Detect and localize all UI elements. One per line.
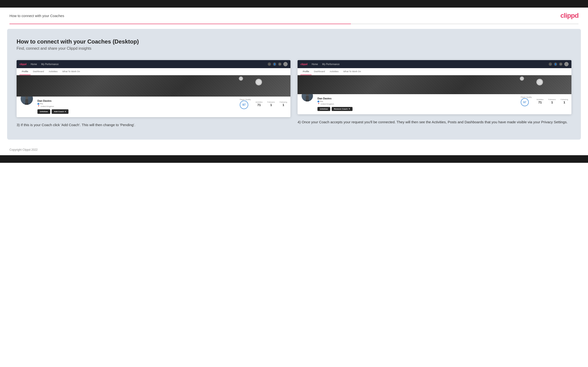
right-action-buttons: Unfollow Remove Coach ✕	[318, 107, 517, 111]
tab-what-to-work-on-right[interactable]: What To Work On	[341, 68, 363, 75]
svg-rect-2	[25, 103, 26, 105]
left-nav-icons: ⌕ 👤 ⚙	[268, 62, 288, 66]
svg-rect-1	[25, 99, 28, 103]
right-caption: 4) Once your Coach accepts your request …	[298, 119, 571, 125]
left-player-name: Dan Davies	[37, 99, 236, 102]
quality-circle-right: 97	[521, 98, 529, 106]
hero-overlay	[17, 75, 290, 97]
right-pro-badge-icon	[318, 100, 319, 102]
settings-icon[interactable]: ⚙	[278, 62, 281, 66]
avatar-right[interactable]	[564, 62, 569, 66]
header: How to connect with your Coaches clippd	[0, 8, 588, 24]
top-bar	[0, 0, 588, 8]
unfollow-button-right[interactable]: Unfollow	[318, 107, 330, 111]
pro-badge-icon	[37, 103, 39, 105]
right-stat-following: Following 1	[561, 99, 568, 104]
right-player-location: 📍 United Kingdom	[318, 103, 517, 105]
left-stat-activities: Activities 71	[256, 101, 263, 107]
right-stat-followers: Followers 1	[548, 99, 556, 104]
right-screenshot: clippd Home My Performance ⌕ 👤 ⚙ Profile…	[298, 60, 571, 114]
screenshots-row: clippd Home My Performance ⌕ 👤 ⚙ Profile…	[17, 60, 571, 128]
copyright-text: Copyright Clippd 2022	[9, 148, 38, 151]
left-nav-performance[interactable]: My Performance	[41, 63, 59, 66]
svg-rect-5	[306, 96, 309, 100]
right-nav-performance[interactable]: My Performance	[322, 63, 339, 66]
left-hero-image	[17, 75, 290, 97]
plus-icon: +	[65, 110, 66, 113]
right-nav-icons: ⌕ 👤 ⚙	[549, 62, 569, 66]
left-screenshot: clippd Home My Performance ⌕ 👤 ⚙ Profile…	[17, 60, 290, 117]
tab-activities-right[interactable]: Activities	[327, 68, 341, 75]
left-player-role: Pro	[37, 103, 236, 105]
right-profile-section: Dan Davies Pro 📍 United Kingdom Unfollow	[298, 94, 571, 114]
left-column: clippd Home My Performance ⌕ 👤 ⚙ Profile…	[17, 60, 290, 128]
svg-point-0	[25, 96, 28, 99]
right-nav-logo: clippd	[300, 63, 307, 66]
right-profile-info: Dan Davies Pro 📍 United Kingdom Unfollow	[318, 96, 517, 111]
user-icon-right[interactable]: 👤	[554, 62, 557, 66]
settings-icon-right[interactable]: ⚙	[559, 62, 562, 66]
times-icon: ✕	[348, 108, 350, 110]
search-icon[interactable]: ⌕	[268, 62, 271, 66]
left-stat-followers: Followers 1	[267, 101, 275, 107]
left-action-buttons: Unfollow Add Coach +	[37, 109, 236, 114]
tab-profile-left[interactable]: Profile	[19, 68, 31, 75]
left-profile-info: Dan Davies Pro 📍 United Kingdom Unfollow	[37, 99, 236, 114]
right-hero-image	[298, 75, 571, 94]
right-nav-home[interactable]: Home	[311, 63, 318, 66]
right-stats: Player Quality 97 Activities 71 Follower…	[521, 96, 568, 106]
remove-coach-button[interactable]: Remove Coach ✕	[332, 107, 353, 111]
page-title: How to connect with your Coaches	[9, 14, 64, 18]
svg-rect-7	[308, 100, 309, 101]
left-caption: 3) If this is your Coach click 'Add Coac…	[17, 122, 290, 128]
left-stat-following: Following 1	[280, 101, 287, 107]
bottom-bar	[0, 155, 588, 163]
right-player-role: Pro	[318, 100, 517, 102]
header-divider	[9, 24, 579, 24]
svg-rect-3	[27, 103, 28, 105]
clippd-logo: clippd	[561, 12, 579, 19]
avatar[interactable]	[283, 62, 288, 66]
tab-profile-right[interactable]: Profile	[300, 68, 311, 75]
right-nav: clippd Home My Performance ⌕ 👤 ⚙	[298, 60, 571, 68]
left-nav: clippd Home My Performance ⌕ 👤 ⚙	[17, 60, 290, 68]
unfollow-button-left[interactable]: Unfollow	[37, 109, 50, 114]
add-coach-button[interactable]: Add Coach +	[52, 109, 69, 114]
tab-activities-left[interactable]: Activities	[46, 68, 60, 75]
left-nav-logo: clippd	[19, 63, 26, 66]
left-tabs: Profile Dashboard Activities What To Wor…	[17, 68, 290, 75]
tab-dashboard-right[interactable]: Dashboard	[311, 68, 327, 75]
right-stat-quality: Player Quality 97	[521, 96, 532, 106]
right-column: clippd Home My Performance ⌕ 👤 ⚙ Profile…	[298, 60, 571, 125]
svg-rect-6	[306, 100, 307, 101]
quality-circle-left: 97	[240, 100, 248, 109]
left-stat-quality: Player Quality 97	[240, 99, 251, 109]
left-profile-section: Dan Davies Pro 📍 United Kingdom Unfollow	[17, 97, 290, 117]
right-hero-overlay	[298, 75, 571, 94]
right-player-name: Dan Davies	[318, 97, 517, 100]
tab-what-to-work-on-left[interactable]: What To Work On	[60, 68, 82, 75]
right-tabs: Profile Dashboard Activities What To Wor…	[298, 68, 571, 75]
right-stat-activities: Activities 71	[536, 99, 544, 104]
left-nav-home[interactable]: Home	[31, 63, 37, 66]
main-heading: How to connect with your Coaches (Deskto…	[17, 38, 571, 45]
search-icon-right[interactable]: ⌕	[549, 62, 552, 66]
left-stats: Player Quality 97 Activities 71 Follower…	[240, 99, 287, 109]
user-icon[interactable]: 👤	[273, 62, 276, 66]
left-player-location: 📍 United Kingdom	[37, 105, 236, 108]
tab-dashboard-left[interactable]: Dashboard	[31, 68, 46, 75]
main-subheading: Find, connect and share your Clippd insi…	[17, 46, 571, 51]
footer: Copyright Clippd 2022	[0, 144, 588, 155]
main-content: How to connect with your Coaches (Deskto…	[7, 29, 581, 140]
